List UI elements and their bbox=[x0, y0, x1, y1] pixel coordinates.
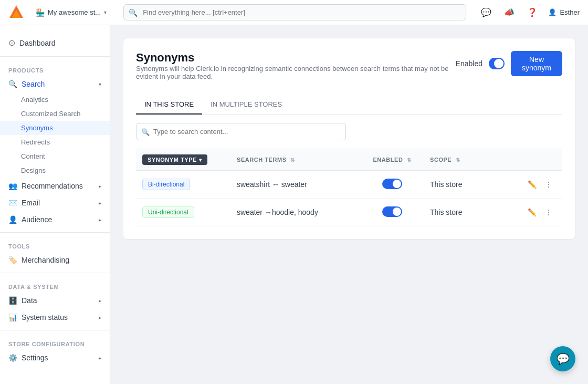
search-icon: 🔍 bbox=[8, 80, 17, 88]
user-icon: 👤 bbox=[548, 8, 556, 16]
dashboard-icon: ⊙ bbox=[8, 38, 15, 48]
more-icon[interactable]: ⋮ bbox=[541, 205, 556, 220]
merchandising-icon: 🏷️ bbox=[8, 256, 17, 264]
search-terms-value: sweater →hoodie, hoody bbox=[237, 208, 318, 216]
sidebar-system-status-label: System status bbox=[22, 313, 68, 321]
enabled-label: Enabled bbox=[456, 59, 482, 68]
cell-search-terms: sweatshirt ↔ sweater bbox=[230, 171, 361, 199]
cell-scope: This store bbox=[424, 171, 518, 199]
system-status-icon: 📊 bbox=[8, 313, 17, 321]
sidebar-item-system-status[interactable]: 📊 System status ▸ bbox=[0, 309, 110, 326]
cell-enabled bbox=[361, 171, 424, 199]
sidebar-item-customized-search[interactable]: Customized Search bbox=[0, 107, 110, 121]
store-selector[interactable]: 🏪 My awesome st... ▾ bbox=[32, 6, 111, 19]
notifications-icon[interactable]: 📣 bbox=[502, 5, 517, 20]
sidebar-designs-label: Designs bbox=[21, 167, 46, 174]
cell-actions: ✏️ ⋮ bbox=[518, 171, 562, 199]
sidebar-item-synonyms[interactable]: Synonyms bbox=[0, 121, 110, 135]
table-row: Bi-directional sweatshirt ↔ sweater This… bbox=[136, 171, 562, 199]
synonym-type-filter-button[interactable]: SYNONYM TYPE ▾ bbox=[142, 154, 207, 165]
main-content: Synonyms Synonyms will help Clerk.io in … bbox=[110, 25, 588, 384]
row-enabled-toggle[interactable] bbox=[382, 179, 402, 189]
page-description: Synonyms will help Clerk.io in recognizi… bbox=[136, 65, 456, 80]
chevron-right-icon: ▸ bbox=[99, 217, 101, 223]
sidebar-synonyms-label: Synonyms bbox=[21, 124, 53, 132]
tab-in-multiple-stores[interactable]: IN MULTIPLE STORES bbox=[202, 95, 290, 115]
row-enabled-toggle[interactable] bbox=[382, 206, 402, 217]
sidebar-item-merchandising[interactable]: 🏷️ Merchandising bbox=[0, 252, 110, 268]
sort-icon: ▾ bbox=[199, 157, 202, 163]
cell-enabled bbox=[361, 199, 424, 226]
chevron-down-icon: ▾ bbox=[104, 9, 107, 15]
sidebar-email-label: Email bbox=[22, 199, 40, 207]
sort-icon: ⇅ bbox=[456, 157, 460, 163]
enabled-toggle[interactable] bbox=[489, 58, 505, 69]
products-section-label: PRODUCTS bbox=[0, 61, 110, 76]
cell-type: Uni-directional bbox=[136, 199, 230, 226]
chat-icon: 💬 bbox=[556, 352, 570, 365]
sidebar-content-label: Content bbox=[21, 152, 45, 160]
messages-icon[interactable]: 💬 bbox=[479, 5, 494, 20]
settings-icon: ⚙️ bbox=[8, 354, 17, 362]
edit-icon[interactable]: ✏️ bbox=[524, 205, 539, 220]
sidebar-item-search[interactable]: 🔍 Search ▾ bbox=[0, 76, 110, 92]
sort-icon: ⇅ bbox=[290, 157, 295, 163]
sidebar-data-label: Data bbox=[22, 296, 37, 305]
store-name: My awesome st... bbox=[48, 8, 101, 16]
store-config-section-label: STORE CONFIGURATION bbox=[0, 335, 110, 349]
user-name: Esther bbox=[560, 8, 580, 16]
sidebar-item-dashboard[interactable]: ⊙ Dashboard bbox=[0, 34, 110, 52]
page-card: Synonyms Synonyms will help Clerk.io in … bbox=[123, 38, 575, 240]
sidebar-item-data[interactable]: 🗄️ Data ▸ bbox=[0, 292, 110, 309]
content-search: 🔍 bbox=[136, 123, 562, 140]
user-menu[interactable]: 👤 Esther bbox=[548, 8, 580, 16]
row-actions: ✏️ ⋮ bbox=[524, 205, 556, 220]
table-body: Bi-directional sweatshirt ↔ sweater This… bbox=[136, 171, 562, 226]
edit-icon[interactable]: ✏️ bbox=[524, 177, 539, 192]
new-synonym-button[interactable]: New synonym bbox=[511, 51, 562, 76]
sidebar-item-designs[interactable]: Designs bbox=[0, 163, 110, 178]
col-header-synonym-type: SYNONYM TYPE ▾ bbox=[136, 149, 230, 171]
sidebar-item-settings[interactable]: ⚙️ Settings ▸ bbox=[0, 349, 110, 366]
sidebar-item-redirects[interactable]: Redirects bbox=[0, 135, 110, 149]
scope-value: This store bbox=[430, 208, 462, 216]
cell-scope: This store bbox=[424, 199, 518, 226]
cell-type: Bi-directional bbox=[136, 171, 230, 199]
col-header-search-terms: SEARCH TERMS ⇅ bbox=[230, 149, 361, 171]
sidebar-item-label: Dashboard bbox=[19, 39, 56, 47]
page-title-area: Synonyms Synonyms will help Clerk.io in … bbox=[136, 51, 456, 91]
page-header: Synonyms Synonyms will help Clerk.io in … bbox=[136, 51, 562, 91]
sidebar-item-recommendations[interactable]: 👥 Recommendations ▸ bbox=[0, 178, 110, 194]
synonym-type-badge[interactable]: Uni-directional bbox=[142, 206, 194, 218]
sidebar-audience-label: Audience bbox=[22, 215, 52, 224]
sidebar-redirects-label: Redirects bbox=[21, 138, 50, 146]
chevron-right-icon: ▸ bbox=[99, 315, 101, 320]
chevron-right-icon: ▸ bbox=[99, 183, 101, 189]
content-search-input[interactable] bbox=[136, 123, 346, 140]
help-icon[interactable]: ❓ bbox=[525, 5, 540, 20]
synonyms-table: SYNONYM TYPE ▾ SEARCH TERMS ⇅ ENABLED ⇅ bbox=[136, 149, 562, 226]
sidebar-item-analytics[interactable]: Analytics bbox=[0, 92, 110, 107]
col-header-scope: SCOPE ⇅ bbox=[424, 149, 518, 171]
sidebar-settings-label: Settings bbox=[22, 354, 48, 362]
col-header-actions bbox=[518, 149, 562, 171]
table-header-row: SYNONYM TYPE ▾ SEARCH TERMS ⇅ ENABLED ⇅ bbox=[136, 149, 562, 171]
row-actions: ✏️ ⋮ bbox=[524, 177, 556, 192]
data-system-section-label: DATA & SYSTEM bbox=[0, 277, 110, 292]
tabs: IN THIS STORE IN MULTIPLE STORES bbox=[136, 95, 562, 115]
chevron-right-icon: ▸ bbox=[99, 298, 101, 304]
sidebar-item-audience[interactable]: 👤 Audience ▸ bbox=[0, 211, 110, 228]
cell-search-terms: sweater →hoodie, hoody bbox=[230, 199, 361, 226]
data-icon: 🗄️ bbox=[8, 296, 17, 305]
sidebar-item-content[interactable]: Content bbox=[0, 149, 110, 163]
sidebar-item-email[interactable]: ✉️ Email ▸ bbox=[0, 194, 110, 211]
more-icon[interactable]: ⋮ bbox=[541, 177, 556, 192]
chat-bubble[interactable]: 💬 bbox=[550, 346, 575, 371]
page-title: Synonyms bbox=[136, 51, 456, 65]
global-search-input[interactable] bbox=[123, 4, 466, 20]
chevron-icon: ▾ bbox=[99, 81, 101, 87]
recommendations-icon: 👥 bbox=[8, 182, 17, 190]
scope-value: This store bbox=[430, 180, 462, 189]
synonym-type-badge[interactable]: Bi-directional bbox=[142, 179, 190, 190]
tab-in-this-store[interactable]: IN THIS STORE bbox=[136, 95, 202, 115]
